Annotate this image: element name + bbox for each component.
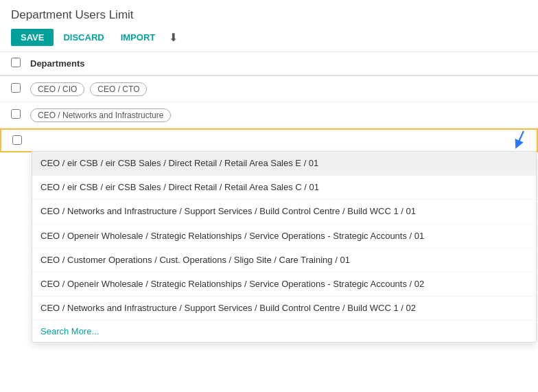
tags-cell: CEO / CIO CEO / CTO (30, 82, 527, 96)
tag-ceo-networks[interactable]: CEO / Networks and Infrastructure (30, 108, 171, 122)
dropdown-item[interactable]: CEO / eir CSB / eir CSB Sales / Direct R… (32, 176, 536, 200)
dropdown-menu: CEO / eir CSB / eir CSB Sales / Direct R… (32, 151, 537, 343)
page-title: Department Users Limit (11, 8, 527, 22)
download-button[interactable]: ⬇ (165, 29, 182, 46)
dropdown-item[interactable]: CEO / Openeir Wholesale / Strategic Rela… (32, 224, 536, 249)
arrow-indicator (505, 127, 530, 154)
discard-button[interactable]: DISCARD (56, 29, 110, 46)
table-header: Departments (0, 52, 538, 76)
select-all-checkbox[interactable] (11, 58, 21, 67)
tag-ceo-cto[interactable]: CEO / CTO (90, 82, 147, 96)
dropdown-item[interactable]: CEO / Networks and Infrastructure / Supp… (32, 200, 536, 224)
toolbar: SAVE DISCARD IMPORT ⬇ (11, 29, 527, 46)
save-button[interactable]: SAVE (11, 29, 54, 46)
input-row: CEO / eir CSB / eir CSB Sales / Direct R… (0, 128, 538, 152)
new-row-checkbox[interactable] (12, 135, 22, 145)
dropdown-item[interactable]: CEO / Networks and Infrastructure / Supp… (32, 297, 536, 321)
import-button[interactable]: IMPORT (114, 29, 163, 46)
dropdown-item[interactable]: CEO / Customer Operations / Cust. Operat… (32, 249, 536, 273)
departments-table: Departments CEO / CIO CEO / CTO CEO / Ne… (0, 52, 538, 152)
table-row: CEO / Networks and Infrastructure (0, 102, 538, 128)
dropdown-item[interactable]: CEO / Openeir Wholesale / Strategic Rela… (32, 273, 536, 297)
tag-ceo-cio[interactable]: CEO / CIO (30, 82, 84, 96)
table-row: CEO / CIO CEO / CTO (0, 76, 538, 102)
dropdown-item[interactable]: CEO / eir CSB / eir CSB Sales / Direct R… (32, 152, 536, 176)
row-checkbox[interactable] (11, 109, 21, 119)
tags-cell: CEO / Networks and Infrastructure (30, 108, 527, 122)
search-more-link[interactable]: Search More... (32, 321, 536, 342)
svg-line-1 (517, 130, 524, 144)
row-checkbox[interactable] (11, 83, 21, 93)
departments-column-header: Departments (30, 58, 84, 69)
department-search-input[interactable] (32, 132, 526, 148)
